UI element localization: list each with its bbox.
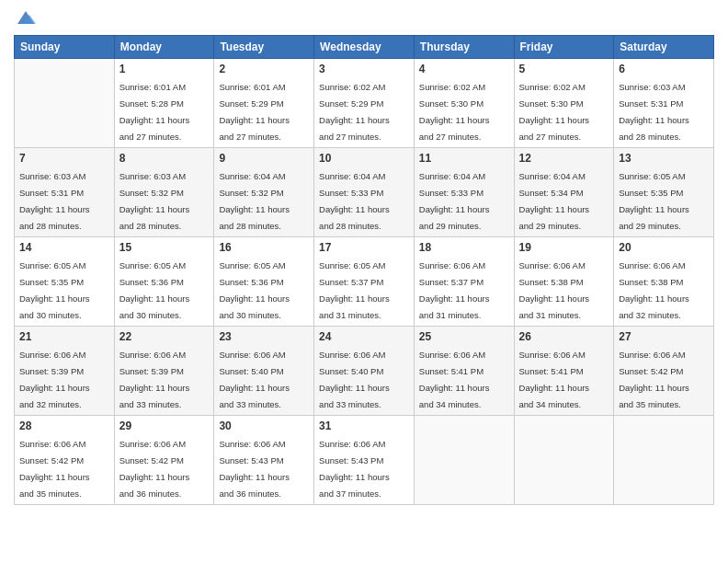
day-number: 9 [219, 152, 309, 165]
day-info: Sunrise: 6:03 AMSunset: 5:31 PMDaylight:… [619, 82, 689, 142]
day-number: 12 [519, 152, 609, 165]
day-cell: 28Sunrise: 6:06 AMSunset: 5:42 PMDayligh… [15, 416, 115, 505]
header [14, 9, 714, 28]
day-info: Sunrise: 6:04 AMSunset: 5:33 PMDaylight:… [419, 171, 490, 231]
day-info: Sunrise: 6:06 AMSunset: 5:43 PMDaylight:… [219, 439, 290, 499]
day-cell: 22Sunrise: 6:06 AMSunset: 5:39 PMDayligh… [114, 327, 214, 416]
day-info: Sunrise: 6:03 AMSunset: 5:32 PMDaylight:… [119, 171, 190, 231]
day-info: Sunrise: 6:05 AMSunset: 5:36 PMDaylight:… [219, 260, 290, 320]
day-cell: 10Sunrise: 6:04 AMSunset: 5:33 PMDayligh… [314, 148, 415, 237]
day-cell: 18Sunrise: 6:06 AMSunset: 5:37 PMDayligh… [414, 237, 514, 327]
day-cell [614, 416, 714, 505]
day-number: 5 [519, 63, 609, 75]
day-cell: 14Sunrise: 6:05 AMSunset: 5:35 PMDayligh… [15, 237, 115, 327]
weekday-tuesday: Tuesday [214, 36, 314, 59]
day-info: Sunrise: 6:05 AMSunset: 5:35 PMDaylight:… [619, 171, 689, 231]
day-info: Sunrise: 6:06 AMSunset: 5:40 PMDaylight:… [219, 350, 290, 409]
day-number: 16 [219, 241, 309, 254]
day-cell [414, 416, 514, 505]
day-cell: 16Sunrise: 6:05 AMSunset: 5:36 PMDayligh… [214, 237, 314, 327]
weekday-sunday: Sunday [15, 36, 115, 59]
week-row-2: 7Sunrise: 6:03 AMSunset: 5:31 PMDaylight… [15, 148, 714, 237]
day-number: 25 [419, 330, 509, 343]
week-row-3: 14Sunrise: 6:05 AMSunset: 5:35 PMDayligh… [15, 237, 714, 327]
day-cell: 30Sunrise: 6:06 AMSunset: 5:43 PMDayligh… [214, 416, 314, 505]
logo-icon [16, 7, 36, 28]
day-cell: 11Sunrise: 6:04 AMSunset: 5:33 PMDayligh… [414, 148, 514, 237]
day-cell: 29Sunrise: 6:06 AMSunset: 5:42 PMDayligh… [114, 416, 214, 505]
week-row-4: 21Sunrise: 6:06 AMSunset: 5:39 PMDayligh… [15, 327, 714, 416]
day-info: Sunrise: 6:05 AMSunset: 5:37 PMDaylight:… [319, 260, 390, 320]
day-info: Sunrise: 6:06 AMSunset: 5:38 PMDaylight:… [619, 260, 689, 320]
day-cell: 26Sunrise: 6:06 AMSunset: 5:41 PMDayligh… [514, 327, 614, 416]
day-number: 31 [319, 419, 409, 432]
day-info: Sunrise: 6:03 AMSunset: 5:31 PMDaylight:… [19, 171, 90, 231]
weekday-wednesday: Wednesday [314, 36, 415, 59]
day-info: Sunrise: 6:04 AMSunset: 5:32 PMDaylight:… [219, 171, 290, 231]
day-number: 13 [619, 152, 709, 165]
weekday-thursday: Thursday [414, 36, 514, 59]
day-info: Sunrise: 6:06 AMSunset: 5:42 PMDaylight:… [19, 439, 90, 499]
day-cell: 24Sunrise: 6:06 AMSunset: 5:40 PMDayligh… [314, 327, 415, 416]
day-info: Sunrise: 6:06 AMSunset: 5:41 PMDaylight:… [519, 350, 590, 409]
day-info: Sunrise: 6:02 AMSunset: 5:30 PMDaylight:… [419, 82, 490, 142]
day-cell: 25Sunrise: 6:06 AMSunset: 5:41 PMDayligh… [414, 327, 514, 416]
day-cell: 1Sunrise: 6:01 AMSunset: 5:28 PMDaylight… [114, 59, 214, 148]
day-number: 11 [419, 152, 509, 165]
day-info: Sunrise: 6:06 AMSunset: 5:42 PMDaylight:… [119, 439, 190, 499]
weekday-monday: Monday [114, 36, 214, 59]
day-number: 28 [19, 419, 109, 432]
day-info: Sunrise: 6:06 AMSunset: 5:42 PMDaylight:… [619, 350, 689, 409]
day-cell: 8Sunrise: 6:03 AMSunset: 5:32 PMDaylight… [114, 148, 214, 237]
day-number: 15 [119, 241, 210, 254]
calendar: SundayMondayTuesdayWednesdayThursdayFrid… [14, 35, 714, 505]
day-cell: 5Sunrise: 6:02 AMSunset: 5:30 PMDaylight… [514, 59, 614, 148]
day-number: 19 [519, 241, 609, 254]
day-cell [15, 59, 115, 148]
day-number: 30 [219, 419, 309, 432]
day-number: 1 [119, 63, 210, 75]
day-number: 18 [419, 241, 509, 254]
day-info: Sunrise: 6:02 AMSunset: 5:29 PMDaylight:… [319, 82, 390, 142]
day-info: Sunrise: 6:02 AMSunset: 5:30 PMDaylight:… [519, 82, 590, 142]
day-cell: 21Sunrise: 6:06 AMSunset: 5:39 PMDayligh… [15, 327, 115, 416]
day-cell: 3Sunrise: 6:02 AMSunset: 5:29 PMDaylight… [314, 59, 415, 148]
day-cell: 4Sunrise: 6:02 AMSunset: 5:30 PMDaylight… [414, 59, 514, 148]
day-info: Sunrise: 6:05 AMSunset: 5:35 PMDaylight:… [19, 260, 90, 320]
day-number: 6 [619, 63, 709, 75]
day-number: 7 [19, 152, 109, 165]
day-cell: 19Sunrise: 6:06 AMSunset: 5:38 PMDayligh… [514, 237, 614, 327]
day-number: 27 [619, 330, 709, 343]
day-number: 22 [119, 330, 210, 343]
day-number: 21 [19, 330, 109, 343]
day-cell: 2Sunrise: 6:01 AMSunset: 5:29 PMDaylight… [214, 59, 314, 148]
day-cell: 12Sunrise: 6:04 AMSunset: 5:34 PMDayligh… [514, 148, 614, 237]
day-info: Sunrise: 6:06 AMSunset: 5:39 PMDaylight:… [119, 350, 190, 409]
day-cell: 15Sunrise: 6:05 AMSunset: 5:36 PMDayligh… [114, 237, 214, 327]
day-number: 8 [119, 152, 210, 165]
day-number: 24 [319, 330, 409, 343]
day-number: 20 [619, 241, 709, 254]
day-info: Sunrise: 6:06 AMSunset: 5:38 PMDaylight:… [519, 260, 590, 320]
day-cell: 13Sunrise: 6:05 AMSunset: 5:35 PMDayligh… [614, 148, 714, 237]
day-info: Sunrise: 6:01 AMSunset: 5:28 PMDaylight:… [119, 82, 190, 142]
day-info: Sunrise: 6:04 AMSunset: 5:34 PMDaylight:… [519, 171, 590, 231]
day-number: 4 [419, 63, 509, 75]
weekday-friday: Friday [514, 36, 614, 59]
day-cell: 7Sunrise: 6:03 AMSunset: 5:31 PMDaylight… [15, 148, 115, 237]
day-number: 26 [519, 330, 609, 343]
day-cell: 17Sunrise: 6:05 AMSunset: 5:37 PMDayligh… [314, 237, 415, 327]
day-number: 29 [119, 419, 210, 432]
page: SundayMondayTuesdayWednesdayThursdayFrid… [0, 0, 728, 563]
week-row-5: 28Sunrise: 6:06 AMSunset: 5:42 PMDayligh… [15, 416, 714, 505]
day-info: Sunrise: 6:06 AMSunset: 5:39 PMDaylight:… [19, 350, 90, 409]
day-info: Sunrise: 6:06 AMSunset: 5:40 PMDaylight:… [319, 350, 390, 409]
weekday-header-row: SundayMondayTuesdayWednesdayThursdayFrid… [15, 36, 714, 59]
day-number: 23 [219, 330, 309, 343]
day-cell: 27Sunrise: 6:06 AMSunset: 5:42 PMDayligh… [614, 327, 714, 416]
day-cell: 23Sunrise: 6:06 AMSunset: 5:40 PMDayligh… [214, 327, 314, 416]
day-cell [514, 416, 614, 505]
day-cell: 6Sunrise: 6:03 AMSunset: 5:31 PMDaylight… [614, 59, 714, 148]
day-number: 10 [319, 152, 409, 165]
day-info: Sunrise: 6:01 AMSunset: 5:29 PMDaylight:… [219, 82, 290, 142]
